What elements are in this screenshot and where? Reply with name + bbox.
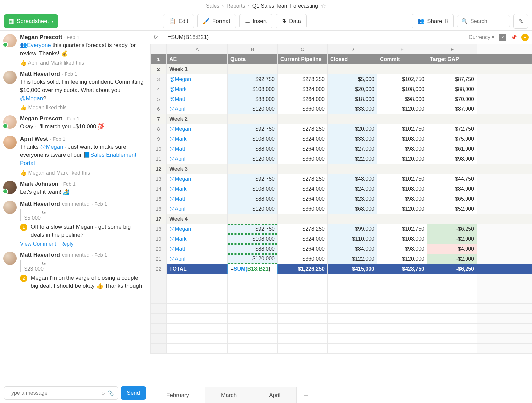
cell[interactable]: $120,000 [377, 154, 427, 164]
row-header[interactable]: 16 [151, 204, 167, 214]
cell[interactable]: $98,000 [427, 154, 477, 164]
cell[interactable]: $98,000 [377, 144, 427, 154]
cell[interactable]: $360,000 [278, 204, 328, 214]
cell[interactable]: $360,000 [278, 154, 328, 164]
col-header[interactable]: C [278, 44, 328, 54]
row-header[interactable]: 2 [151, 64, 167, 74]
cell[interactable]: @April [167, 254, 228, 264]
col-header[interactable]: D [328, 44, 377, 54]
edit-button[interactable]: 📋Edit [163, 14, 194, 28]
spreadsheet-button[interactable]: ▦ Spreadsheet ▾ [4, 14, 58, 28]
grid[interactable]: A B C D E F 1AEQuotaCurrent PipelineClos… [150, 44, 532, 387]
chat-scroll[interactable]: Megan PrescottFeb 1 👥Everyone this quart… [0, 31, 150, 383]
format-dropdown[interactable]: Currency▾ [469, 34, 494, 40]
cell[interactable]: $324,000 [278, 234, 328, 244]
cell[interactable]: @Matt [167, 144, 228, 154]
pin-icon[interactable]: 📌 [511, 35, 517, 40]
cell[interactable]: $92,750 [228, 174, 278, 184]
crumb-sales[interactable]: Sales [206, 3, 219, 9]
cell[interactable]: $84,000 [427, 184, 477, 194]
cell[interactable]: $360,000 [278, 104, 328, 114]
cell[interactable]: Week 2 [167, 114, 228, 124]
cell[interactable]: $88,000 [228, 194, 278, 204]
cell[interactable]: $88,000 [427, 84, 477, 94]
cell[interactable]: $108,000 [228, 84, 278, 94]
cell[interactable]: $102,750 [377, 124, 427, 134]
cell[interactable]: $20,000 [328, 84, 377, 94]
cell[interactable]: $324,000 [278, 134, 328, 144]
cell[interactable]: $98,000 [377, 94, 427, 104]
col-header[interactable] [477, 44, 532, 54]
cell[interactable]: @April [167, 204, 228, 214]
sender-name[interactable]: Matt Haverford [20, 201, 60, 207]
cell[interactable]: $120,000 [228, 204, 278, 214]
checkbox-icon[interactable]: ✓ [499, 34, 506, 41]
cell[interactable]: Commit [377, 54, 427, 64]
cell[interactable]: $23,000 [328, 194, 377, 204]
search-box[interactable]: 🔍 [457, 15, 510, 27]
cell[interactable]: $33,000 [328, 134, 377, 144]
format-button[interactable]: 🖌️Format [197, 14, 236, 28]
sender-name[interactable]: Mark Johnson [20, 181, 58, 187]
cell[interactable]: $24,000 [328, 184, 377, 194]
cell[interactable]: @April [167, 154, 228, 164]
share-button[interactable]: 👥 Share 8 [412, 14, 454, 28]
formula-input[interactable] [168, 34, 465, 41]
cell[interactable]: Week 4 [167, 214, 228, 224]
cell[interactable]: $72,750 [427, 124, 477, 134]
chat-input[interactable]: ☺ 📎 [4, 386, 118, 400]
cell[interactable]: $278,250 [278, 124, 328, 134]
cell[interactable]: $108,000 [377, 84, 427, 94]
cell[interactable]: @April [167, 104, 228, 114]
cell[interactable]: Week 1 [167, 64, 228, 74]
avatar[interactable] [3, 252, 17, 265]
sender-name[interactable]: Megan Prescott [20, 34, 62, 41]
cell[interactable]: @Megan [167, 174, 228, 184]
cell[interactable]: $120,000 [377, 254, 427, 264]
cell[interactable]: $84,000 [328, 244, 377, 254]
message-field[interactable] [8, 390, 98, 396]
sheet-tab-april[interactable]: April [253, 387, 297, 403]
cell[interactable]: $75,000 [427, 134, 477, 144]
row-header[interactable]: 22 [151, 264, 167, 274]
crumb-current[interactable]: Q1 Sales Team Forecasting [252, 3, 318, 9]
cell[interactable]: $110,000 [328, 234, 377, 244]
cell[interactable]: $122,000 [328, 254, 377, 264]
cell[interactable]: Current Pipeline [278, 54, 328, 64]
cell[interactable]: $120,000 [228, 254, 278, 264]
reactions[interactable]: 👍 Megan liked this [20, 104, 145, 111]
col-header[interactable]: B [228, 44, 278, 54]
cell[interactable]: $108,000 [377, 184, 427, 194]
cell[interactable]: @Mark [167, 134, 228, 144]
select-all[interactable] [151, 44, 167, 54]
cell[interactable]: $61,000 [427, 144, 477, 154]
cell[interactable]: $4,000 [427, 244, 477, 254]
add-button[interactable]: + [521, 34, 529, 41]
mention[interactable]: @Megan [40, 144, 63, 150]
row-header[interactable]: 15 [151, 194, 167, 204]
col-header[interactable]: F [427, 44, 477, 54]
avatar[interactable] [3, 136, 17, 149]
cell[interactable]: $44,750 [427, 174, 477, 184]
cell[interactable]: $68,000 [328, 204, 377, 214]
reactions[interactable]: 👍 Megan and Mark liked this [20, 170, 145, 176]
row-header[interactable]: 12 [151, 164, 167, 174]
sheet-tab-february[interactable]: February [150, 387, 205, 403]
cell[interactable]: $22,000 [328, 154, 377, 164]
cell[interactable]: $360,000 [278, 254, 328, 264]
cell[interactable]: -$2,000 [427, 254, 477, 264]
sheet-tab-march[interactable]: March [205, 387, 253, 403]
cell[interactable]: $88,000 [228, 244, 278, 254]
cell[interactable]: $20,000 [328, 124, 377, 134]
cell[interactable]: @Mark [167, 184, 228, 194]
compose-button[interactable]: ✎ [513, 14, 528, 29]
avatar[interactable] [3, 71, 17, 84]
emoji-icon[interactable]: ☺ [101, 390, 105, 396]
view-comment-link[interactable]: View Comment [20, 241, 56, 247]
cell[interactable]: $264,000 [278, 144, 328, 154]
cell[interactable]: $428,750 [377, 264, 427, 274]
active-cell[interactable]: =SUM(B18:B21) [228, 264, 278, 274]
row-header[interactable]: 13 [151, 174, 167, 184]
cell[interactable]: @Matt [167, 194, 228, 204]
cell[interactable]: @Matt [167, 244, 228, 254]
